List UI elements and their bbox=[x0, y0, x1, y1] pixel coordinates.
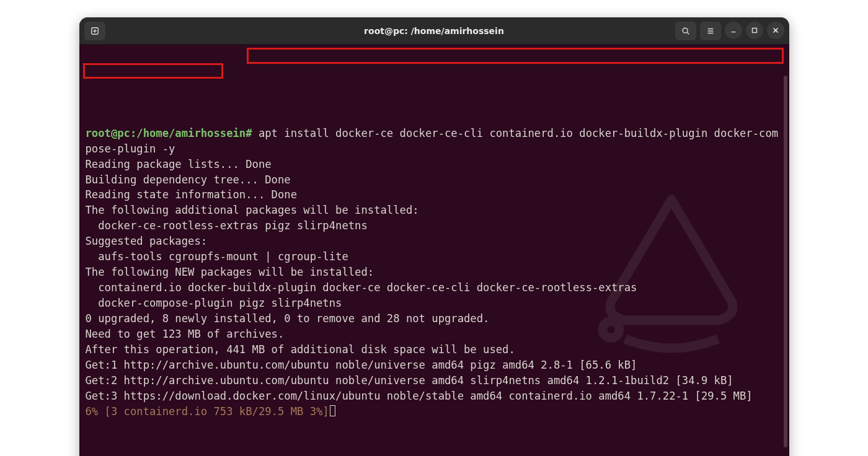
menu-button[interactable] bbox=[700, 22, 721, 40]
new-tab-button[interactable] bbox=[84, 22, 105, 40]
download-progress: 6% [3 containerd.io 753 kB/29.5 MB 3%] bbox=[86, 405, 329, 418]
new-tab-icon bbox=[91, 27, 99, 35]
output-line: Building dependency tree... Done bbox=[86, 173, 291, 186]
window-title: root@pc: /home/amirhossein bbox=[364, 26, 504, 36]
scrollbar[interactable] bbox=[784, 76, 787, 447]
svg-rect-9 bbox=[752, 28, 756, 32]
svg-point-3 bbox=[683, 28, 688, 33]
output-line: Need to get 123 MB of archives. bbox=[86, 328, 285, 340]
output-line: aufs-tools cgroupfs-mount | cgroup-lite bbox=[86, 250, 348, 263]
output-line: Get:3 https://download.docker.com/linux/… bbox=[86, 390, 753, 402]
hamburger-menu-icon bbox=[706, 27, 715, 35]
terminal-window: root@pc: /home/amirhossein root@pc:/ bbox=[79, 17, 789, 456]
search-icon bbox=[681, 27, 690, 35]
output-line: docker-ce-rootless-extras pigz slirp4net… bbox=[86, 219, 368, 232]
cursor bbox=[330, 405, 335, 416]
titlebar: root@pc: /home/amirhossein bbox=[79, 17, 789, 45]
close-button[interactable] bbox=[767, 22, 784, 39]
minimize-icon bbox=[729, 26, 738, 35]
close-icon bbox=[771, 26, 780, 35]
output-line: docker-compose-plugin pigz slirp4netns bbox=[86, 297, 342, 309]
svg-line-4 bbox=[687, 32, 689, 34]
output-line: Get:1 http://archive.ubuntu.com/ubuntu n… bbox=[86, 359, 637, 371]
terminal-content[interactable]: root@pc:/home/amirhossein# apt install d… bbox=[79, 45, 789, 456]
output-line: Suggested packages: bbox=[86, 235, 208, 247]
svg-point-12 bbox=[603, 321, 619, 338]
output-line: Get:2 http://archive.ubuntu.com/ubuntu n… bbox=[86, 374, 733, 387]
output-line: Reading package lists... Done bbox=[86, 158, 272, 170]
output-line: The following additional packages will b… bbox=[86, 204, 419, 216]
shell-prompt: root@pc:/home/amirhossein# bbox=[86, 127, 252, 139]
watermark-logo bbox=[566, 150, 777, 336]
output-line: containerd.io docker-buildx-plugin docke… bbox=[86, 281, 637, 294]
search-button[interactable] bbox=[675, 22, 696, 40]
output-line: After this operation, 441 MB of addition… bbox=[86, 343, 515, 356]
minimize-button[interactable] bbox=[725, 22, 742, 39]
command-highlight-2 bbox=[83, 63, 223, 79]
maximize-button[interactable] bbox=[746, 22, 763, 39]
output-line: The following NEW packages will be insta… bbox=[86, 266, 374, 278]
output-line: 0 upgraded, 8 newly installed, 0 to remo… bbox=[86, 312, 490, 325]
output-line: Reading state information... Done bbox=[86, 188, 297, 201]
maximize-icon bbox=[750, 26, 759, 35]
command-highlight-1 bbox=[247, 48, 784, 64]
